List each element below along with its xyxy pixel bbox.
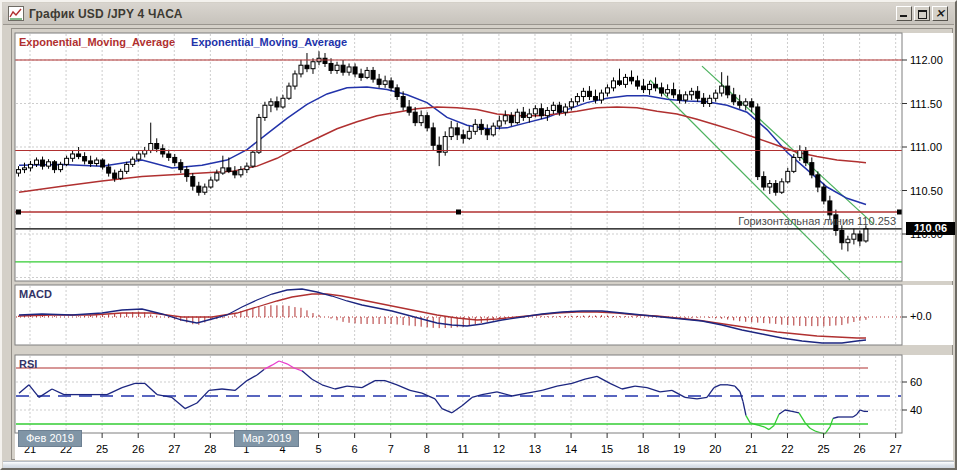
maximize-button[interactable] — [914, 6, 930, 21]
price-axis-label: 110.00 — [910, 228, 943, 240]
month-badge: Мар 2019 — [234, 430, 299, 447]
date-label: 20 — [709, 443, 721, 455]
price-axis-label: 112.00 — [910, 54, 943, 66]
ema-label-red: Exponential_Moving_Average — [19, 36, 175, 48]
chart-icon — [8, 6, 24, 21]
window: График USD /JPY 4 ЧАСА × Exponential_Mov… — [0, 0, 957, 470]
date-label: 6 — [352, 443, 358, 455]
macd-axis-label: +0.0 — [910, 310, 932, 322]
date-label: 12 — [493, 443, 505, 455]
ema-label-blue: Exponential_Moving_Average — [191, 36, 347, 48]
date-label: 21 — [745, 443, 757, 455]
maximize-icon — [918, 10, 927, 19]
date-label: 13 — [529, 443, 541, 455]
window-title: График USD /JPY 4 ЧАСА — [29, 7, 183, 21]
date-label: 28 — [204, 443, 216, 455]
rsi-axis-label: 60 — [910, 376, 922, 388]
date-label: 25 — [817, 443, 829, 455]
month-badge: Фев 2019 — [18, 430, 82, 447]
date-label: 22 — [781, 443, 793, 455]
macd-label: MACD — [19, 288, 52, 300]
price-axis-label: 110.50 — [910, 185, 943, 197]
date-label: 25 — [96, 443, 108, 455]
minimize-icon — [900, 15, 907, 17]
bottom-strip — [3, 461, 954, 470]
date-label: 7 — [388, 443, 394, 455]
date-label: 27 — [890, 443, 902, 455]
price-axis-label: 111.00 — [910, 141, 942, 153]
date-label: 18 — [637, 443, 649, 455]
rsi-label: RSI — [19, 358, 37, 370]
date-label: 5 — [315, 443, 321, 455]
date-label: 15 — [601, 443, 613, 455]
titlebar[interactable]: График USD /JPY 4 ЧАСА × — [3, 3, 954, 25]
minimize-button[interactable] — [896, 6, 912, 21]
close-button[interactable]: × — [932, 6, 948, 21]
date-label: 11 — [457, 443, 468, 455]
rsi-axis-label: 40 — [910, 404, 922, 416]
date-label: 19 — [673, 443, 685, 455]
price-axis-label: 111.50 — [910, 98, 942, 110]
horizontal-line-tooltip: Горизонтальная линия 110.253 — [738, 215, 896, 227]
date-label: 8 — [424, 443, 430, 455]
chart-client — [11, 28, 953, 460]
date-label: 26 — [853, 443, 865, 455]
date-label: 14 — [565, 443, 577, 455]
date-label: 26 — [132, 443, 144, 455]
close-icon: × — [933, 7, 947, 20]
date-label: 27 — [168, 443, 180, 455]
